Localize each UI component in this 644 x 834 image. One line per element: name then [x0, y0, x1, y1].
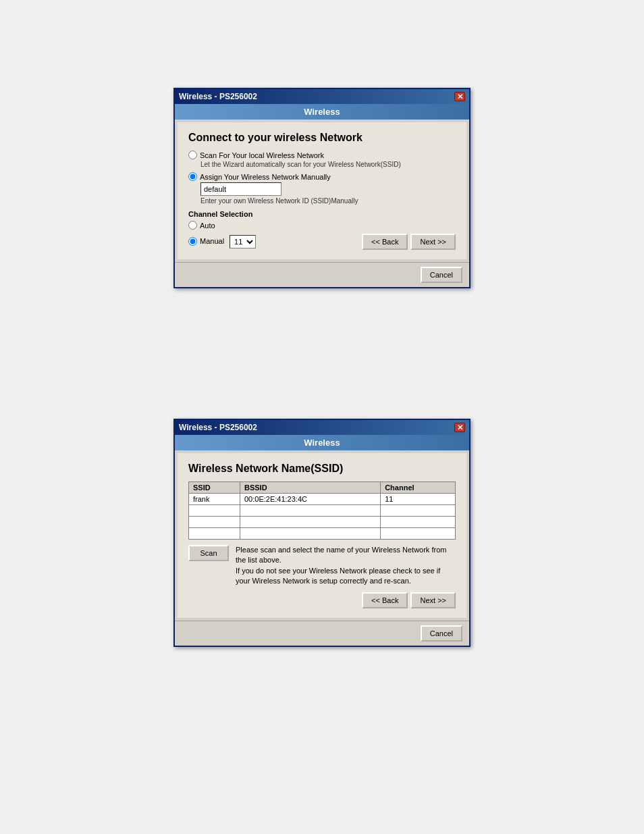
radio-manual-label[interactable]: Assign Your Wireless Network Manually [188, 172, 456, 181]
dialog-1-back-button[interactable]: << Back [362, 234, 408, 250]
dialog-2-header: Wireless [175, 435, 469, 450]
channel-section: Channel Selection Auto Manual 11 1 2 3 4 [188, 210, 456, 250]
dialog-2-content: Wireless Network Name(SSID) SSID BSSID C… [178, 453, 466, 618]
ssid-subtext: Enter your own Wireless Network ID (SSID… [200, 197, 456, 205]
table-row[interactable]: frank 00:0E:2E:41:23:4C 11 [189, 494, 456, 505]
dialog-2-footer: Cancel [175, 621, 469, 646]
scan-button[interactable]: Scan [188, 545, 229, 561]
dialog-1-title: Wireless - PS256002 [179, 92, 257, 101]
dialog-1: Wireless - PS256002 ✕ Wireless Connect t… [173, 88, 471, 288]
col-header-ssid: SSID [189, 482, 240, 494]
table-row-empty-1 [189, 505, 456, 517]
scan-area: Scan Please scan and select the name of … [188, 545, 456, 587]
col-header-channel: Channel [381, 482, 456, 494]
dialog-2-back-button[interactable]: << Back [362, 592, 408, 608]
dialog-1-nav-buttons: << Back Next >> [362, 234, 456, 250]
ssid-table-head: SSID BSSID Channel [189, 482, 456, 494]
table-row-empty-3 [189, 528, 456, 540]
radio-manual-text: Assign Your Wireless Network Manually [200, 173, 331, 181]
radio-scan-label[interactable]: Scan For Your local Wireless Network [188, 151, 456, 159]
radio-manual-channel-text: Manual [200, 237, 224, 245]
radio-auto[interactable] [188, 221, 197, 230]
radio-scan-text: Scan For Your local Wireless Network [200, 151, 324, 159]
dialog-2-cancel-button[interactable]: Cancel [421, 625, 462, 642]
dialog-1-footer: Cancel [175, 262, 469, 287]
dialog-1-next-button[interactable]: Next >> [410, 234, 456, 250]
dialog-2-nav-row: << Back Next >> [188, 592, 456, 608]
radio-auto-label[interactable]: Auto [188, 221, 456, 230]
table-row-empty-2 [189, 517, 456, 528]
channel-select[interactable]: 11 1 2 3 4 5 6 7 8 9 10 12 13 [230, 235, 256, 249]
radio-manual-channel-label[interactable]: Manual [188, 237, 224, 246]
dialog-2-close-button[interactable]: ✕ [454, 423, 465, 432]
ssid-table-header-row: SSID BSSID Channel [189, 482, 456, 494]
dialog-1-close-button[interactable]: ✕ [454, 92, 465, 101]
radio-group-manual: Assign Your Wireless Network Manually En… [188, 172, 456, 205]
dialog-2-titlebar: Wireless - PS256002 ✕ [175, 420, 469, 435]
ssid-input[interactable] [200, 182, 281, 196]
col-header-bssid: BSSID [240, 482, 381, 494]
channel-row: Manual 11 1 2 3 4 5 6 7 8 9 10 12 13 [188, 234, 456, 250]
radio-scan-subtext: Let the Wizard automatically scan for yo… [200, 161, 456, 168]
scan-description: Please scan and select the name of your … [236, 545, 456, 587]
radio-scan[interactable] [188, 151, 197, 159]
dialog-2: Wireless - PS256002 ✕ Wireless Wireless … [173, 419, 471, 647]
dialog-2-title: Wireless - PS256002 [179, 423, 257, 432]
dialog-1-section-title: Connect to your wireless Network [188, 132, 456, 144]
scan-text-2: If you do not see your Wireless Network … [236, 566, 456, 587]
radio-group-auto: Auto [188, 221, 456, 230]
cell-bssid: 00:0E:2E:41:23:4C [240, 494, 381, 505]
dialog-2-next-button[interactable]: Next >> [410, 592, 456, 608]
dialog-1-titlebar: Wireless - PS256002 ✕ [175, 89, 469, 104]
ssid-table: SSID BSSID Channel frank 00:0E:2E:41:23:… [188, 481, 456, 540]
dialog-1-cancel-button[interactable]: Cancel [421, 267, 462, 283]
scan-text-1: Please scan and select the name of your … [236, 545, 456, 566]
dialog-2-section-title: Wireless Network Name(SSID) [188, 463, 456, 475]
dialog-1-header: Wireless [175, 104, 469, 120]
radio-manual[interactable] [188, 172, 197, 181]
channel-section-label: Channel Selection [188, 210, 456, 218]
radio-group-scan: Scan For Your local Wireless Network Let… [188, 151, 456, 168]
cell-channel: 11 [381, 494, 456, 505]
radio-auto-text: Auto [200, 221, 215, 230]
cell-ssid: frank [189, 494, 240, 505]
dialog-1-content: Connect to your wireless Network Scan Fo… [178, 122, 466, 259]
radio-manual-channel[interactable] [188, 237, 197, 246]
ssid-table-body: frank 00:0E:2E:41:23:4C 11 [189, 494, 456, 540]
